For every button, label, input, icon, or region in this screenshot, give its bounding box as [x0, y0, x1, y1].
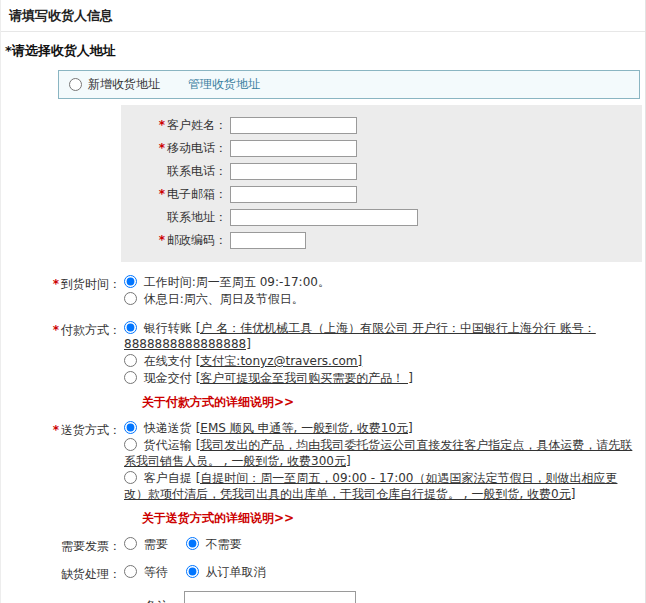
email-label: 电子邮箱：	[167, 187, 227, 201]
new-address-radio[interactable]	[69, 78, 82, 91]
zip-code-input[interactable]	[230, 232, 306, 249]
backorder-label: 缺货处理：	[61, 567, 121, 581]
invoice-need-radio[interactable]	[124, 537, 137, 550]
invoice-need-label: 需要	[144, 537, 168, 551]
contact-info-form: *客户姓名： *移动电话： 联系电话： *电子邮箱： 联系地址： *邮政编码：	[121, 105, 642, 262]
delivery-time-label: 到货时间：	[61, 277, 121, 291]
freight-label: 货代运输	[144, 438, 192, 452]
zip-code-label: 邮政编码：	[167, 233, 227, 247]
cash-payment-detail: [客户可提现金至我司购买需要的产品！ ]	[196, 371, 413, 385]
field-row-zip-code: *邮政编码：	[131, 230, 632, 251]
mobile-phone-input[interactable]	[230, 140, 357, 157]
payment-detail-link[interactable]: 关于付款方式的详细说明>>	[142, 394, 294, 411]
remark-label: 备注：	[1, 599, 181, 603]
shipping-method-row: *送货方式： 快递送货 [EMS 顺风 申通等, 一般到货, 收费10元] 货代…	[1, 420, 645, 527]
customer-name-input[interactable]	[230, 117, 357, 134]
payment-option-cash: 现金交付 [客户可提现金至我司购买需要的产品！ ]	[124, 370, 640, 386]
shipping-option-express: 快递送货 [EMS 顺风 申通等, 一般到货, 收费10元]	[124, 420, 640, 436]
express-radio[interactable]	[124, 421, 137, 434]
email-input[interactable]	[230, 186, 357, 203]
workday-label: 工作时间:周一至周五 09:-17:00。	[144, 275, 330, 289]
contact-address-input[interactable]	[230, 209, 418, 226]
required-mark: *	[53, 277, 59, 291]
shipping-option-freight: 货代运输 [我司发出的产品，均由我司委托货运公司直接发往客户指定点，具体运费，请…	[124, 437, 640, 469]
contact-address-label: 联系地址：	[167, 210, 227, 224]
freight-detail: [我司发出的产品，均由我司委托货运公司直接发往客户指定点，具体运费，请先联系我司…	[124, 438, 632, 468]
payment-method-label: 付款方式：	[61, 323, 121, 337]
shipping-detail-link[interactable]: 关于送货方式的详细说明>>	[142, 510, 294, 527]
delivery-time-option-workday: 工作时间:周一至周五 09:-17:00。	[124, 274, 640, 290]
required-mark: *	[159, 233, 165, 247]
contact-phone-input[interactable]	[230, 163, 357, 180]
online-payment-radio[interactable]	[124, 354, 137, 367]
restday-label: 休息日:周六、周日及节假日。	[144, 292, 304, 306]
shipping-option-self-pickup: 客户自提 [自提时间：周一至周五，09:00 - 17:00（如遇国家法定节假日…	[124, 470, 640, 502]
shipping-method-label: 送货方式：	[61, 423, 121, 437]
backorder-wait-label: 等待	[144, 565, 168, 579]
backorder-option-wait: 等待	[124, 565, 172, 579]
field-row-email: *电子邮箱：	[131, 184, 632, 205]
required-mark: *	[53, 423, 59, 437]
backorder-cancel-label: 从订单取消	[205, 565, 265, 579]
address-section-title: *请选择收货人地址	[1, 32, 645, 68]
self-pickup-radio[interactable]	[124, 471, 137, 484]
restday-radio[interactable]	[124, 292, 137, 305]
invoice-no-need-label: 不需要	[205, 537, 241, 551]
mobile-phone-label: 移动电话：	[167, 141, 227, 155]
self-pickup-label: 客户自提	[144, 471, 192, 485]
page-title: 请填写收货人信息	[1, 0, 645, 32]
cash-payment-radio[interactable]	[124, 371, 137, 384]
required-mark: *	[53, 323, 59, 337]
bank-transfer-radio[interactable]	[124, 321, 137, 334]
field-row-contact-address: 联系地址：	[131, 207, 632, 228]
invoice-row: 需要发票： 需要 不需要	[1, 536, 645, 555]
contact-phone-label: 联系电话：	[167, 164, 227, 178]
invoice-option-no-need: 不需要	[186, 537, 242, 551]
customer-name-label: 客户姓名：	[167, 118, 227, 132]
backorder-wait-radio[interactable]	[124, 565, 137, 578]
field-row-mobile-phone: *移动电话：	[131, 138, 632, 159]
freight-radio[interactable]	[124, 438, 137, 451]
payment-option-bank-transfer: 银行转账 [户 名：佳优机械工具（上海）有限公司 开户行：中国银行上海分行 账号…	[124, 320, 640, 352]
checkout-recipient-page: 请填写收货人信息 *请选择收货人地址 新增收货地址 管理收货地址 *客户姓名： …	[0, 0, 646, 603]
backorder-cancel-radio[interactable]	[186, 565, 199, 578]
bank-transfer-label: 银行转账	[144, 321, 192, 335]
required-mark: *	[159, 187, 165, 201]
payment-option-online: 在线支付 [支付宝:tonyz@travers.com]	[124, 353, 640, 369]
online-payment-label: 在线支付	[144, 354, 192, 368]
workday-radio[interactable]	[124, 275, 137, 288]
delivery-time-row: *到货时间： 工作时间:周一至周五 09:-17:00。 休息日:周六、周日及节…	[1, 274, 645, 308]
invoice-option-need: 需要	[124, 537, 172, 551]
bank-transfer-detail: [户 名：佳优机械工具（上海）有限公司 开户行：中国银行上海分行 账号：8888…	[124, 321, 596, 351]
field-row-contact-phone: 联系电话：	[131, 161, 632, 182]
express-label: 快递送货	[144, 421, 192, 435]
self-pickup-detail: [自提时间：周一至周五，09:00 - 17:00（如遇国家法定节假日，则做出相…	[124, 471, 617, 501]
online-payment-detail: [支付宝:tonyz@travers.com]	[196, 354, 363, 368]
backorder-option-cancel: 从订单取消	[186, 565, 266, 579]
remark-row: 备注： (50汉字内)	[1, 591, 645, 603]
new-address-label: 新增收货地址	[88, 76, 160, 93]
invoice-no-need-radio[interactable]	[186, 537, 199, 550]
delivery-time-option-restday: 休息日:周六、周日及节假日。	[124, 291, 640, 307]
payment-method-row: *付款方式： 银行转账 [户 名：佳优机械工具（上海）有限公司 开户行：中国银行…	[1, 320, 645, 411]
express-detail: [EMS 顺风 申通等, 一般到货, 收费10元]	[196, 421, 413, 435]
required-mark: *	[159, 141, 165, 155]
remark-textarea[interactable]	[184, 591, 356, 603]
address-selector-box: 新增收货地址 管理收货地址	[58, 70, 640, 99]
required-mark: *	[159, 118, 165, 132]
invoice-label: 需要发票：	[61, 539, 121, 553]
cash-payment-label: 现金交付	[144, 371, 192, 385]
manage-address-link[interactable]: 管理收货地址	[188, 76, 260, 93]
backorder-row: 缺货处理： 等待 从订单取消	[1, 564, 645, 583]
field-row-customer-name: *客户姓名：	[131, 115, 632, 136]
